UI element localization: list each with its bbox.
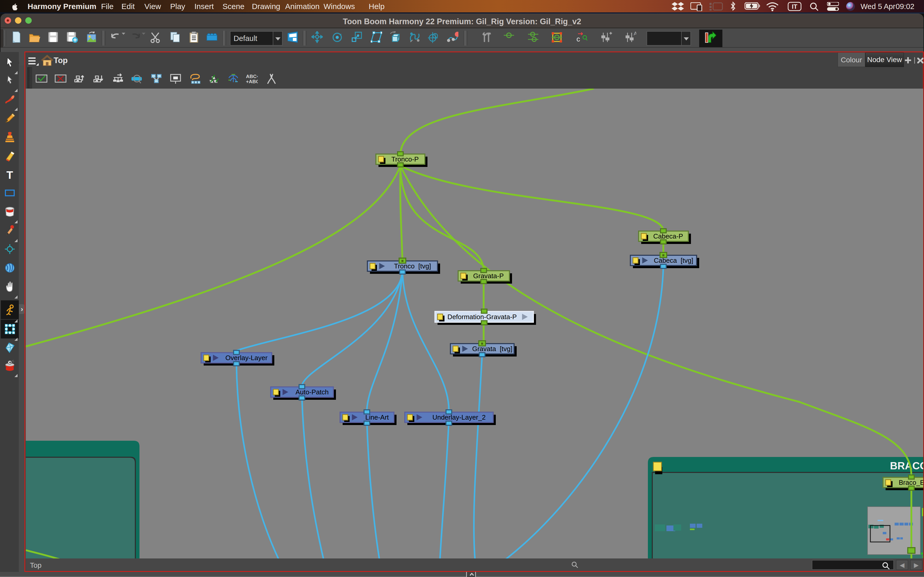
- svg-text:IT: IT: [792, 3, 797, 10]
- svg-text:Underlay-Layer_2: Underlay-Layer_2: [432, 413, 486, 421]
- svg-text:BRACO_E: BRACO_E: [890, 460, 923, 471]
- svg-text:Tronco-P: Tronco-P: [391, 155, 419, 163]
- svg-text:Gravata-P: Gravata-P: [473, 272, 504, 280]
- svg-text:Auto-Patch: Auto-Patch: [296, 388, 329, 396]
- svg-text:Line-Art: Line-Art: [365, 413, 389, 421]
- svg-text:Gravata [tvg]: Gravata [tvg]: [472, 345, 512, 353]
- svg-text:A: A: [634, 31, 636, 36]
- svg-text:c: c: [577, 35, 580, 43]
- svg-text:Deformation-Gravata-P: Deformation-Gravata-P: [447, 313, 517, 321]
- svg-text:Braco_Es: Braco_Es: [899, 479, 923, 486]
- svg-text:ABC+: ABC+: [246, 74, 258, 79]
- svg-text:Overlay-Layer: Overlay-Layer: [225, 354, 268, 362]
- svg-text:T: T: [6, 169, 13, 181]
- svg-text:Cabeca-P: Cabeca-P: [653, 232, 683, 240]
- svg-text:+ABC: +ABC: [246, 79, 258, 84]
